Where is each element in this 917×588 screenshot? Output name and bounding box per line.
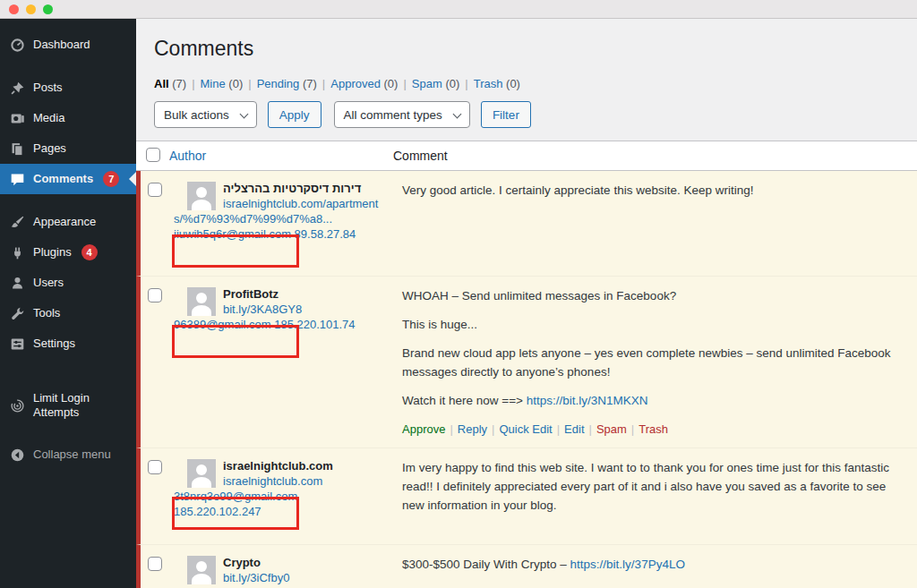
comment-text: Watch it here now ==> https://bit.ly/3N1… <box>402 391 903 410</box>
author-ip-link[interactable]: 185.220.102.247 <box>174 505 261 518</box>
sidebar-label: Limit Login Attempts <box>33 391 108 421</box>
quick-edit-action[interactable]: Quick Edit <box>499 422 552 436</box>
author-url-link[interactable]: israelnightclub.com <box>223 474 322 488</box>
admin-sidebar: Dashboard Posts Media Pages <box>0 19 136 588</box>
row-checkbox[interactable] <box>148 460 162 474</box>
comment-status-views: All (7)|Mine (0)|Pending (7)|Approved (0… <box>150 64 917 90</box>
author-email-link[interactable]: iiuwih5q6r@gmail.com <box>174 227 291 241</box>
bulk-actions-select[interactable]: Bulk actions <box>154 101 257 128</box>
media-icon <box>9 110 25 126</box>
brush-icon <box>9 214 25 230</box>
view-pending[interactable]: Pending <box>257 77 300 90</box>
avatar <box>187 287 216 316</box>
sidebar-label: Settings <box>33 337 75 351</box>
author-name: Crypto <box>223 556 261 569</box>
plugins-count-badge: 4 <box>81 244 98 260</box>
sidebar-label: Posts <box>33 81 63 95</box>
sidebar-item-tools[interactable]: Tools <box>0 298 136 328</box>
author-cell: דירות דיסקרטיות בהרצליה israelnightclub.… <box>174 171 393 276</box>
approve-action[interactable]: Approve <box>402 422 445 436</box>
sidebar-item-posts[interactable]: Posts <box>0 72 136 103</box>
row-checkbox[interactable] <box>148 557 162 571</box>
comment-body-link[interactable]: https://bit.ly/37Py4LO <box>570 558 685 571</box>
row-actions: Approve|Reply|Quick Edit|Edit|Spam|Trash <box>402 420 903 439</box>
sidebar-item-pages[interactable]: Pages <box>0 133 136 164</box>
author-url-link[interactable]: bit.ly/3KA8GY8 <box>223 303 302 316</box>
author-url-link[interactable]: bit.ly/3iCfby0 <box>223 571 289 584</box>
trash-action[interactable]: Trash <box>638 422 668 436</box>
sliders-icon <box>9 336 25 352</box>
filter-button[interactable]: Filter <box>481 101 531 128</box>
avatar <box>187 459 216 488</box>
sidebar-label: Plugins <box>33 245 72 260</box>
avatar <box>187 556 216 584</box>
comments-table: Author Comment דירות דיסקרטיות בהרצליה i… <box>136 141 917 588</box>
sidebar-item-comments[interactable]: Comments 7 <box>0 164 136 194</box>
author-cell: israelnightclub.com israelnightclub.com … <box>174 448 393 544</box>
reply-action[interactable]: Reply <box>458 422 487 436</box>
sidebar-label: Appearance <box>33 215 96 229</box>
comment-row: Crypto bit.ly/3iCfby0 89646@gmail.com 38… <box>136 545 917 588</box>
view-approved[interactable]: Approved <box>330 77 381 90</box>
author-name: ProfitBotz <box>223 287 279 301</box>
close-window-button[interactable] <box>9 4 19 14</box>
author-ip-link[interactable]: 89.58.27.84 <box>295 227 356 241</box>
author-cell: ProfitBotz bit.ly/3KA8GY8 96389@gmail.co… <box>174 277 393 447</box>
sidebar-item-dashboard[interactable]: Dashboard <box>0 30 136 60</box>
comment-text: Brand new cloud app lets anyone – yes ev… <box>402 344 903 381</box>
table-header: Author Comment <box>136 141 917 171</box>
comment-row: דירות דיסקרטיות בהרצליה israelnightclub.… <box>136 171 917 277</box>
select-all-checkbox[interactable] <box>146 148 160 162</box>
view-all[interactable]: All <box>154 77 169 90</box>
fingerprint-icon <box>9 397 25 413</box>
sidebar-label: Pages <box>33 141 66 156</box>
author-column-sort[interactable]: Author <box>169 149 206 163</box>
sidebar-item-users[interactable]: Users <box>0 268 136 298</box>
spam-action[interactable]: Spam <box>596 422 627 436</box>
author-email-link[interactable]: 3t8nrq3o99@gmail.com <box>174 490 297 503</box>
collapse-arrow-icon <box>9 447 25 464</box>
sidebar-label: Tools <box>33 306 60 320</box>
sidebar-item-appearance[interactable]: Appearance <box>0 207 136 237</box>
sidebar-item-limit-login-attempts[interactable]: Limit Login Attempts <box>0 384 136 428</box>
sidebar-item-collapse-menu[interactable]: Collapse menu <box>0 440 136 471</box>
sidebar-label: Media <box>33 111 64 125</box>
comment-column-header: Comment <box>393 149 917 163</box>
author-ip-link[interactable]: 185.220.101.74 <box>274 318 355 331</box>
comment-text: $300-$500 Daily With Crypto – https://bi… <box>402 555 903 574</box>
avatar <box>187 182 216 210</box>
page-title: Comments <box>150 31 917 64</box>
minimize-window-button[interactable] <box>26 4 36 14</box>
zoom-window-button[interactable] <box>43 4 53 14</box>
plug-icon <box>9 244 25 260</box>
comment-types-select[interactable]: All comment types <box>334 101 470 128</box>
sidebar-item-media[interactable]: Media <box>0 103 136 133</box>
sidebar-label: Comments <box>33 172 93 186</box>
comment-bubble-icon <box>9 171 25 187</box>
author-name: israelnightclub.com <box>223 459 333 473</box>
comment-row: israelnightclub.com israelnightclub.com … <box>136 448 917 545</box>
row-checkbox[interactable] <box>148 183 162 197</box>
dashboard-icon <box>9 37 25 53</box>
view-trash[interactable]: Trash <box>474 77 503 90</box>
mac-titlebar <box>0 0 917 19</box>
comment-cell: Very good article. I certainly appreciat… <box>393 171 917 276</box>
view-mine[interactable]: Mine <box>201 77 226 90</box>
apply-button[interactable]: Apply <box>268 101 321 128</box>
sidebar-label: Collapse menu <box>33 447 111 462</box>
sidebar-item-settings[interactable]: Settings <box>0 328 136 359</box>
view-spam[interactable]: Spam <box>412 77 442 90</box>
comments-page: Comments All (7)|Mine (0)|Pending (7)|Ap… <box>136 19 917 588</box>
chevron-down-icon <box>452 110 461 119</box>
author-name: דירות דיסקרטיות בהרצליה <box>223 182 361 195</box>
comment-text: This is huge... <box>402 315 903 334</box>
author-cell: Crypto bit.ly/3iCfby0 89646@gmail.com 38… <box>174 545 393 588</box>
comment-text: Very good article. I certainly appreciat… <box>402 181 903 200</box>
author-email-link[interactable]: 96389@gmail.com <box>174 318 271 331</box>
sidebar-item-plugins[interactable]: Plugins 4 <box>0 237 136 268</box>
comments-count-badge: 7 <box>103 171 119 187</box>
comment-text: WHOAH – Send unlimited messages in Faceb… <box>402 286 903 305</box>
edit-action[interactable]: Edit <box>564 422 584 436</box>
comment-body-link[interactable]: https://bit.ly/3N1MKXN <box>527 394 648 407</box>
row-checkbox[interactable] <box>148 288 162 303</box>
